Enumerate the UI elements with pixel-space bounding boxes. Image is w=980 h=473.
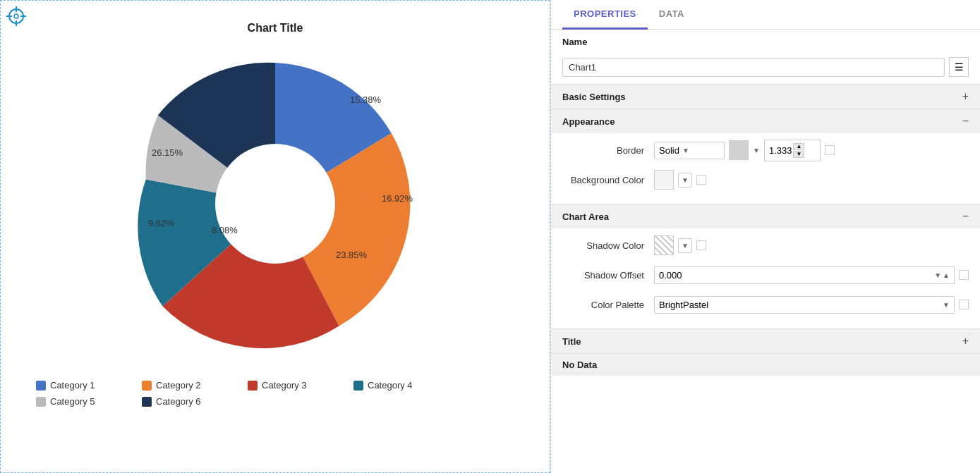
- background-color-row: Background Color ▼: [562, 168, 969, 191]
- shadow-color-dropdown[interactable]: ▼: [678, 238, 692, 253]
- border-label: Border: [562, 145, 654, 156]
- border-controls: Solid ▼ ▼ 1.333 ▲ ▼: [654, 140, 969, 161]
- legend-label-cat3: Category 3: [262, 380, 307, 391]
- shadow-color-label: Shadow Color: [562, 240, 654, 251]
- color-palette-controls: BrightPastel ▼: [654, 296, 969, 314]
- legend-color-cat6: [142, 397, 152, 407]
- shadow-offset-label: Shadow Offset: [562, 270, 654, 281]
- tabs-header: PROPERTIES DATA: [551, 0, 980, 30]
- border-width-up[interactable]: ▲: [793, 143, 804, 150]
- appearance-label: Appearance: [562, 116, 615, 127]
- shadow-offset-row: Shadow Offset 0.000 ▼ ▲: [562, 264, 969, 286]
- shadow-offset-checkbox[interactable]: [959, 270, 969, 280]
- bg-color-swatch[interactable]: [654, 170, 674, 190]
- border-style-chevron: ▼: [682, 147, 689, 154]
- label-cat3: 23.85%: [336, 250, 367, 260]
- title-label: Title: [562, 336, 581, 347]
- appearance-toggle-icon: −: [962, 115, 969, 128]
- border-width-value: 1.333: [769, 145, 792, 156]
- chart-area-content: Shadow Color ▼ Shadow Offset 0.000 ▼ ▲: [551, 228, 980, 328]
- no-data-section[interactable]: No Data: [551, 354, 980, 376]
- donut-chart: 15.38% 16.92% 23.85% 8.08% 9.62% 26.15%: [127, 56, 423, 352]
- background-color-checkbox[interactable]: [696, 175, 706, 185]
- chart-area-label: Chart Area: [562, 211, 609, 222]
- color-palette-chevron: ▼: [943, 301, 950, 309]
- color-palette-value: BrightPastel: [659, 300, 708, 310]
- shadow-offset-arrows: ▼ ▲: [934, 271, 950, 279]
- border-width-arrows: ▲ ▼: [793, 143, 804, 158]
- tab-properties[interactable]: PROPERTIES: [562, 0, 648, 30]
- shadow-color-row: Shadow Color ▼: [562, 234, 969, 257]
- shadow-offset-input[interactable]: 0.000 ▼ ▲: [654, 266, 955, 284]
- chart-title: Chart Title: [1, 1, 550, 35]
- color-palette-label: Color Palette: [562, 300, 654, 310]
- chart-area-toggle-icon: −: [962, 210, 969, 223]
- chart-panel: Chart Title 15.38% 16.92% 23.85% 8.08% 9…: [0, 0, 550, 473]
- list-button[interactable]: ☰: [949, 57, 969, 77]
- tab-data[interactable]: DATA: [648, 0, 696, 30]
- title-section[interactable]: Title +: [551, 329, 980, 353]
- crosshair-icon[interactable]: [6, 6, 26, 26]
- legend-label-cat5: Category 5: [50, 396, 95, 407]
- legend-item-cat4: Category 4: [353, 380, 445, 391]
- legend-item-cat2: Category 2: [142, 380, 234, 391]
- appearance-section[interactable]: Appearance −: [551, 109, 980, 133]
- chart-area-section[interactable]: Chart Area −: [551, 204, 980, 228]
- bg-color-chevron: ▼: [682, 176, 689, 184]
- legend-color-cat1: [36, 381, 46, 391]
- background-color-label: Background Color: [562, 175, 654, 185]
- legend-label-cat1: Category 1: [50, 380, 95, 391]
- legend-color-cat3: [248, 381, 258, 391]
- label-cat4: 8.08%: [212, 225, 238, 235]
- shadow-color-controls: ▼: [654, 235, 969, 255]
- shadow-color-checkbox[interactable]: [696, 240, 706, 250]
- list-icon: ☰: [955, 61, 964, 73]
- svg-point-6: [215, 144, 335, 264]
- shadow-offset-up-btn[interactable]: ▲: [943, 271, 950, 279]
- svg-point-5: [14, 14, 18, 18]
- legend-item-cat3: Category 3: [248, 380, 339, 391]
- name-input-row: ☰: [562, 57, 969, 77]
- border-color-chevron[interactable]: ▼: [753, 147, 760, 154]
- color-palette-row: Color Palette BrightPastel ▼: [562, 293, 969, 316]
- name-section-label: Name: [551, 30, 980, 53]
- no-data-label: No Data: [562, 360, 597, 370]
- legend-item-cat5: Category 5: [36, 396, 128, 407]
- shadow-offset-value: 0.000: [659, 270, 682, 281]
- shadow-offset-down-btn[interactable]: ▼: [934, 271, 941, 279]
- legend-label-cat6: Category 6: [156, 396, 201, 407]
- legend-item-cat6: Category 6: [142, 396, 234, 407]
- border-checkbox[interactable]: [825, 145, 835, 155]
- basic-settings-toggle-icon: +: [962, 90, 969, 103]
- legend-color-cat5: [36, 397, 46, 407]
- background-color-controls: ▼: [654, 170, 969, 190]
- chart-container: 15.38% 16.92% 23.85% 8.08% 9.62% 26.15%: [1, 35, 550, 373]
- basic-settings-label: Basic Settings: [562, 92, 626, 102]
- shadow-color-chevron: ▼: [682, 242, 689, 250]
- legend-item-cat1: Category 1: [36, 380, 128, 391]
- label-cat5: 9.62%: [148, 218, 174, 228]
- border-width-input[interactable]: 1.333 ▲ ▼: [764, 140, 821, 161]
- name-input[interactable]: [562, 58, 945, 77]
- title-toggle-icon: +: [962, 335, 969, 348]
- bg-color-dropdown[interactable]: ▼: [678, 173, 692, 188]
- properties-panel: PROPERTIES DATA Name ☰ Basic Settings + …: [550, 0, 980, 473]
- legend-color-cat4: [353, 381, 363, 391]
- border-style-select[interactable]: Solid ▼: [654, 142, 725, 159]
- label-cat1: 15.38%: [350, 94, 381, 105]
- border-row: Border Solid ▼ ▼ 1.333 ▲ ▼: [562, 139, 969, 161]
- shadow-color-swatch[interactable]: [654, 235, 674, 255]
- appearance-content: Border Solid ▼ ▼ 1.333 ▲ ▼: [551, 133, 980, 204]
- border-style-value: Solid: [659, 145, 679, 156]
- legend-label-cat4: Category 4: [368, 380, 413, 391]
- border-width-down[interactable]: ▼: [793, 151, 804, 158]
- shadow-offset-controls: 0.000 ▼ ▲: [654, 266, 969, 284]
- color-palette-checkbox[interactable]: [959, 300, 969, 309]
- color-palette-select[interactable]: BrightPastel ▼: [654, 296, 955, 314]
- basic-settings-section[interactable]: Basic Settings +: [551, 85, 980, 109]
- border-color-swatch[interactable]: [729, 140, 749, 160]
- border-color-dropdown: ▼: [753, 147, 760, 154]
- label-cat6: 26.15%: [152, 147, 183, 158]
- legend-label-cat2: Category 2: [156, 380, 201, 391]
- legend-color-cat2: [142, 381, 152, 391]
